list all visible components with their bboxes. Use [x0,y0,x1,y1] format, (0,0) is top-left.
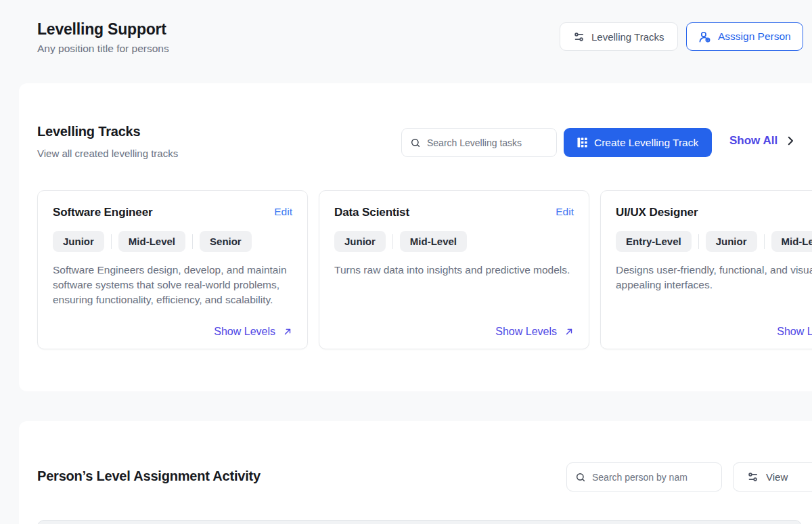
assignment-activity-section: Person’s Level Assignment Activity View [19,421,812,524]
view-button[interactable]: View [733,462,812,492]
track-card-uiux-designer: UI/UX Designer Edit Entry-Level Junior M… [600,190,812,349]
sliders-settings-icon [747,471,759,483]
badge-divider [392,234,393,249]
activity-table-header-strip [37,520,802,524]
track-card-title: UI/UX Designer [616,206,698,219]
show-all-label: Show All [729,134,777,148]
track-card-description: Designs user-friendly, functional, and v… [616,263,812,292]
show-levels-link[interactable]: Show Levels [495,326,574,338]
create-levelling-track-button[interactable]: Create Levelling Track [564,128,712,157]
search-tracks-box [401,128,557,157]
badge-divider [764,234,765,249]
page-title: Levelling Support [37,20,166,39]
tracks-section-subtitle: View all created levelling tracks [37,148,178,159]
track-card-data-scientist: Data Scientist Edit Junior Mid-Level Tur… [319,190,589,349]
track-card-software-engineer: Software Engineer Edit Junior Mid-Level … [37,190,308,349]
levelling-tracks-button[interactable]: Levelling Tracks [560,22,678,51]
level-badge: Entry-Level [616,231,692,252]
search-tracks-input[interactable] [427,137,548,148]
level-badges: Junior Mid-Level [334,231,574,252]
track-cards-row: Software Engineer Edit Junior Mid-Level … [37,190,812,349]
tracks-section-title: Levelling Tracks [37,124,140,139]
track-card-description: Turns raw data into insights and predict… [334,263,577,278]
arrow-up-right-icon [283,327,292,336]
user-plus-icon [698,30,711,43]
show-levels-link[interactable]: Show Levels [214,326,292,338]
levelling-tracks-button-label: Levelling Tracks [591,31,664,43]
arrow-up-right-icon [564,327,574,336]
search-icon [410,137,421,148]
level-badge: Junior [706,231,757,252]
level-badge: Mid-Level [118,231,185,252]
search-icon [575,472,586,483]
view-button-label: View [766,471,788,483]
kanban-grid-icon [577,137,587,148]
show-levels-label: Show Levels [777,326,812,338]
chevron-right-icon [784,135,796,147]
track-card-title: Software Engineer [53,206,153,219]
badge-divider [698,234,699,249]
show-levels-link[interactable]: Show Levels [777,326,812,338]
search-person-input[interactable] [592,472,713,483]
show-levels-label: Show Levels [495,326,557,338]
assign-person-button-label: Asssign Person [718,30,791,43]
levelling-tracks-section: Levelling Tracks View all created levell… [19,83,812,391]
badge-divider [192,234,193,249]
level-badges: Junior Mid-Level Senior [53,231,292,252]
track-card-description: Software Engineers design, develop, and … [53,263,295,307]
sliders-settings-icon [573,31,585,43]
badge-divider [111,234,112,249]
level-badges: Entry-Level Junior Mid-Level [616,231,812,252]
page: Levelling Support Any position title for… [0,0,812,524]
show-levels-label: Show Levels [214,326,275,338]
level-badge: Junior [334,231,386,252]
track-card-title: Data Scientist [334,206,409,219]
show-all-link[interactable]: Show All [729,134,796,148]
activity-section-title: Person’s Level Assignment Activity [37,468,261,484]
search-person-box [566,462,722,492]
level-badge: Mid-Level [400,231,467,252]
create-levelling-track-label: Create Levelling Track [594,137,698,149]
edit-link[interactable]: Edit [556,206,574,218]
edit-link[interactable]: Edit [274,206,292,218]
assign-person-button[interactable]: Asssign Person [686,22,803,51]
page-subtitle: Any position title for persons [37,43,169,55]
level-badge: Mid-Level [771,231,812,252]
level-badge: Senior [200,231,252,252]
level-badge: Junior [53,231,104,252]
